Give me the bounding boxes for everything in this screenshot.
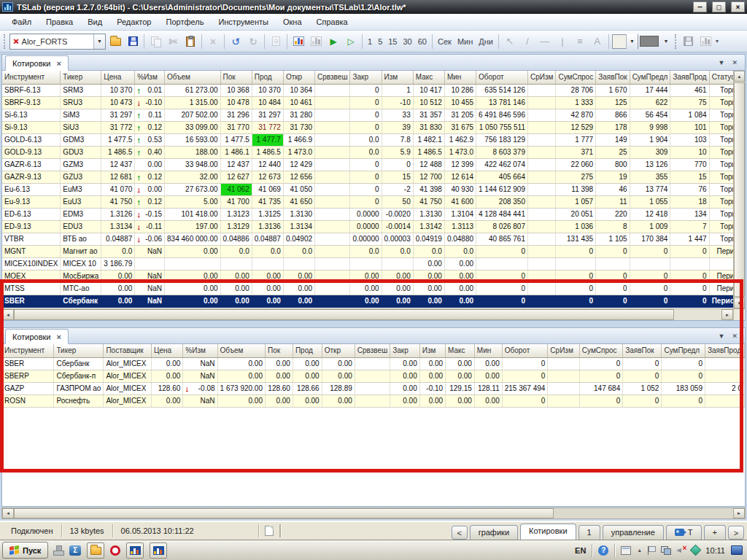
cell[interactable]: Торговая сессия	[709, 109, 733, 121]
cell[interactable]: 9 998	[630, 121, 670, 133]
cell[interactable]: NaN	[135, 282, 165, 295]
cell[interactable]: 128.89	[322, 382, 355, 394]
cell[interactable]: 0.00	[252, 270, 283, 282]
cell[interactable]: 0.00	[265, 394, 293, 407]
cell[interactable]: 0.00	[283, 270, 314, 282]
cell[interactable]: 0	[350, 96, 382, 109]
cell[interactable]: Сбербанк	[54, 357, 104, 370]
cell[interactable]: 0.0	[382, 245, 413, 257]
cell[interactable]: 75	[670, 96, 709, 109]
cell[interactable]: 275	[556, 171, 596, 183]
cell[interactable]	[527, 270, 555, 282]
cell[interactable]: 0.00	[322, 357, 355, 370]
cell[interactable]	[527, 220, 555, 233]
cell[interactable]: 39	[382, 121, 413, 133]
cell[interactable]	[527, 245, 555, 257]
cell[interactable]: 0	[579, 357, 622, 370]
cell[interactable]: GAZR-9.13	[2, 171, 61, 183]
cell[interactable]: GZM3	[61, 158, 101, 171]
cell[interactable]	[315, 257, 350, 270]
save-layout-button[interactable]	[681, 34, 697, 50]
table-row[interactable]: Si-6.13SiM331 297↑0.11207 502.0031 29631…	[2, 109, 733, 121]
close-button[interactable]: ×	[731, 1, 745, 12]
explorer-taskbar-button[interactable]	[87, 542, 104, 559]
cell[interactable]: 0.00	[444, 270, 476, 282]
cell[interactable]: 0.00	[265, 370, 293, 382]
cell[interactable]: EDM3	[61, 208, 101, 220]
cell[interactable]: 12 681	[101, 171, 135, 183]
workspace-tab-1[interactable]: 1	[578, 525, 600, 540]
cell[interactable]: 1.3129	[220, 220, 252, 233]
cell[interactable]: 7.8	[382, 133, 413, 146]
cell[interactable]: GDU3	[61, 146, 101, 158]
cell[interactable]: 41 398	[413, 183, 444, 195]
table-row[interactable]: Si-9.13SiU331 772↑0.1233 099.0031 77031 …	[2, 121, 733, 133]
cell[interactable]: MTSS	[2, 282, 61, 295]
cell[interactable]: 0	[476, 282, 528, 295]
cell[interactable]: 12 429	[283, 158, 314, 171]
cell[interactable]: 1 105	[596, 233, 630, 245]
cell[interactable]: 0.00	[413, 295, 444, 307]
cell[interactable]: 0.00	[101, 295, 135, 307]
cell[interactable]: 0.00	[446, 370, 475, 382]
cell[interactable]	[355, 370, 390, 382]
cell[interactable]: SiU3	[61, 121, 101, 133]
cell[interactable]: ED-9.13	[2, 220, 61, 233]
cell[interactable]: 0.00	[217, 394, 265, 407]
cell[interactable]: ↑0.01	[135, 84, 165, 96]
cell[interactable]: 16 593.00	[165, 133, 221, 146]
cell[interactable]: SBRF-6.13	[2, 84, 61, 96]
cell[interactable]: 2 0	[705, 382, 744, 394]
cell[interactable]: 41 750	[413, 195, 444, 208]
cell[interactable]: 0	[556, 295, 596, 307]
column-header[interactable]: Инструмент	[2, 344, 54, 357]
table-row[interactable]: GOLD-9.13GDU31 486.5↑0.40188.001 486.11 …	[2, 146, 733, 158]
cell[interactable]: 0.00	[293, 394, 322, 407]
cell[interactable]: -0.0014	[382, 220, 413, 233]
vline-tool-button[interactable]: |	[554, 34, 570, 50]
cell[interactable]: MGNT	[2, 245, 61, 257]
cell[interactable]: 1 477.7	[252, 133, 283, 146]
cell[interactable]: 0.00	[101, 282, 135, 295]
maximize-button[interactable]: □	[712, 1, 726, 12]
cell[interactable]: 0.00	[350, 295, 382, 307]
window-switch-icon[interactable]	[621, 546, 631, 555]
panel-close-icon[interactable]: ✕	[732, 59, 738, 66]
workspace-tab-control[interactable]: управление	[603, 525, 664, 540]
cell[interactable]	[315, 245, 350, 257]
cell[interactable]: Alor_MICEX	[104, 394, 152, 407]
cell[interactable]: 0.00	[382, 270, 413, 282]
cell[interactable]: 1 486.5	[252, 146, 283, 158]
workspace-tab-add[interactable]: +	[704, 525, 726, 540]
cell[interactable]: 834 460 000.00	[165, 233, 221, 245]
cell[interactable]: 0	[579, 370, 622, 382]
cell[interactable]: 0	[596, 270, 630, 282]
cell[interactable]: 10 461	[283, 96, 314, 109]
cell[interactable]: 103	[670, 133, 709, 146]
cell[interactable]: 0.00	[283, 295, 314, 307]
cell[interactable]: 1.3134	[283, 220, 314, 233]
cell[interactable]: 0	[476, 295, 528, 307]
cell[interactable]: GAZP	[2, 382, 54, 394]
cell[interactable]: 0	[662, 370, 705, 382]
cell[interactable]: GOLD-6.13	[2, 133, 61, 146]
cell[interactable]: 0	[596, 295, 630, 307]
opera-icon[interactable]	[110, 545, 120, 556]
cell[interactable]: Alor_MICEX	[104, 382, 152, 394]
column-header[interactable]: Объем	[217, 344, 265, 357]
cell[interactable]: GOLD-9.13	[2, 146, 61, 158]
cell[interactable]: 0.0000	[350, 220, 382, 233]
cell[interactable]: ↓0.00	[135, 183, 165, 195]
cell[interactable]: ED-6.13	[2, 208, 61, 220]
column-header[interactable]: Пок	[265, 344, 293, 357]
cell[interactable]	[283, 257, 314, 270]
scroll-right-icon[interactable]: ►	[733, 508, 745, 518]
cell[interactable]: 0	[596, 282, 630, 295]
cell[interactable]: GAZR-6.13	[2, 158, 61, 171]
cell[interactable]: 0.00	[382, 282, 413, 295]
cell[interactable]	[630, 257, 670, 270]
cell[interactable]: 33 099.00	[165, 121, 221, 133]
timeframe-30-button[interactable]: 30	[401, 37, 414, 46]
column-header[interactable]: Макс	[413, 71, 444, 84]
cell[interactable]: 0.00	[419, 370, 445, 382]
